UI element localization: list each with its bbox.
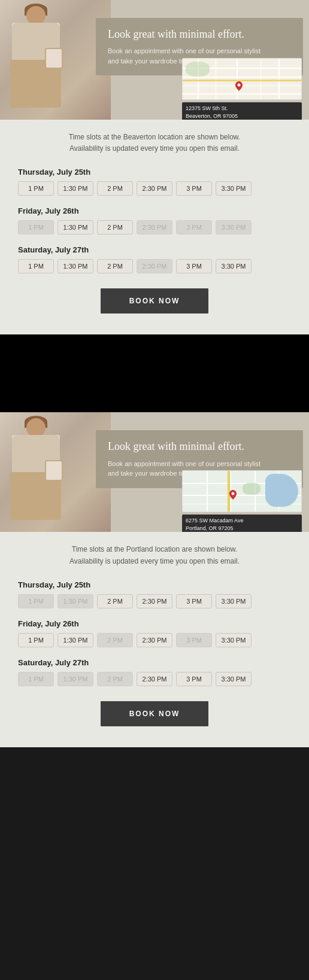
intro-text-beaverton: Time slots at the Beaverton location are… — [18, 132, 291, 154]
time-slot[interactable]: 2:30 PM — [137, 181, 172, 196]
time-slot[interactable]: 1:30 PM — [57, 220, 93, 235]
map-pin-portland — [229, 490, 237, 502]
day-section-thu-beaverton: Thursday, July 25th 1 PM 1:30 PM 2 PM 2:… — [18, 168, 291, 196]
book-now-button-beaverton[interactable]: BOOK NOW — [101, 288, 208, 314]
map-address-beaverton: 12375 SW 5th St. Beaverton, OR 97005 — [182, 102, 302, 120]
day-section-fri-beaverton: Friday, July 26th 1 PM 1:30 PM 2 PM 2:30… — [18, 206, 291, 235]
time-slot: 2 PM — [97, 672, 133, 686]
time-slots-sat-beaverton: 1 PM 1:30 PM 2 PM 2:30 PM 3 PM 3:30 PM — [18, 259, 291, 273]
day-section-sat-beaverton: Saturday, July 27th 1 PM 1:30 PM 2 PM 2:… — [18, 245, 291, 273]
map-address-portland: 6275 SW Macadam Ave Portland, OR 97205 — [182, 515, 302, 532]
time-slot[interactable]: 1 PM — [18, 181, 54, 196]
time-slot[interactable]: 2 PM — [97, 220, 133, 235]
hero-title: Look great with minimal effort. — [108, 28, 291, 41]
time-slot: 2:30 PM — [137, 259, 172, 273]
time-slots-fri-portland: 1 PM 1:30 PM 2 PM 2:30 PM 3 PM 3:30 PM — [18, 633, 291, 647]
day-label: Saturday, July 27th — [18, 658, 291, 667]
day-label: Saturday, July 27th — [18, 245, 291, 254]
person-bag — [45, 48, 63, 69]
intro-text-portland: Time slots at the Portland location are … — [18, 544, 291, 567]
time-slot: 2:30 PM — [137, 220, 172, 235]
map-pin — [235, 81, 243, 93]
day-label: Friday, July 26th — [18, 206, 291, 215]
time-slot[interactable]: 3 PM — [176, 181, 212, 196]
time-slots-thu-beaverton: 1 PM 1:30 PM 2 PM 2:30 PM 3 PM 3:30 PM — [18, 181, 291, 196]
person-silhouette — [0, 0, 72, 114]
map-section-beaverton: 12375 SW 5th St. Beaverton, OR 97005 — [182, 58, 302, 115]
map-image-portland — [182, 470, 302, 512]
day-label: Thursday, July 25th — [18, 580, 291, 589]
hero-section-portland: Look great with minimal effort. Book an … — [0, 412, 309, 532]
time-slot[interactable]: 2 PM — [97, 594, 133, 608]
map-bg — [183, 59, 301, 99]
time-slot[interactable]: 3 PM — [176, 259, 212, 273]
time-slot: 1 PM — [18, 672, 54, 686]
time-slot: 2 PM — [97, 633, 133, 647]
day-section-sat-portland: Saturday, July 27th 1 PM 1:30 PM 2 PM 2:… — [18, 658, 291, 686]
time-slot[interactable]: 1 PM — [18, 259, 54, 273]
time-slot[interactable]: 2:30 PM — [137, 672, 172, 686]
time-slots-sat-portland: 1 PM 1:30 PM 2 PM 2:30 PM 3 PM 3:30 PM — [18, 672, 291, 686]
day-label: Thursday, July 25th — [18, 168, 291, 176]
time-slot: 3:30 PM — [216, 220, 252, 235]
time-slot[interactable]: 2:30 PM — [137, 594, 172, 608]
person-silhouette-portland — [0, 412, 72, 526]
time-slot: 3 PM — [176, 220, 212, 235]
separator — [0, 334, 309, 412]
time-slot[interactable]: 2 PM — [97, 181, 133, 196]
time-slot[interactable]: 1:30 PM — [57, 259, 93, 273]
time-slot: 1 PM — [18, 220, 54, 235]
time-slot[interactable]: 2 PM — [97, 259, 133, 273]
time-slots-fri-beaverton: 1 PM 1:30 PM 2 PM 2:30 PM 3 PM 3:30 PM — [18, 220, 291, 235]
day-section-fri-portland: Friday, July 26th 1 PM 1:30 PM 2 PM 2:30… — [18, 619, 291, 647]
time-slot: 3 PM — [176, 633, 212, 647]
time-slot: 1:30 PM — [57, 672, 93, 686]
svg-point-1 — [232, 492, 235, 495]
email-card-portland: Look great with minimal effort. Book an … — [0, 412, 309, 747]
time-slot: 1 PM — [18, 594, 54, 608]
time-slot[interactable]: 3:30 PM — [216, 672, 252, 686]
person-bag — [45, 460, 63, 481]
book-now-button-portland[interactable]: BOOK NOW — [101, 701, 208, 726]
map-image-beaverton — [182, 58, 302, 100]
email-card-beaverton: Look great with minimal effort. Book an … — [0, 0, 309, 334]
hero-title-portland: Look great with minimal effort. — [108, 440, 291, 454]
map-bg-portland — [183, 471, 301, 512]
time-slot[interactable]: 3:30 PM — [216, 181, 252, 196]
hero-image-portland — [0, 412, 111, 532]
time-slot[interactable]: 3:30 PM — [216, 594, 252, 608]
svg-point-0 — [238, 84, 241, 87]
time-slot[interactable]: 2:30 PM — [137, 633, 172, 647]
time-slot: 1:30 PM — [57, 594, 93, 608]
time-slot[interactable]: 1:30 PM — [57, 181, 93, 196]
content-beaverton: Time slots at the Beaverton location are… — [0, 120, 309, 334]
time-slot[interactable]: 1:30 PM — [57, 633, 93, 647]
hero-section: Look great with minimal effort. Book an … — [0, 0, 309, 120]
time-slot[interactable]: 3:30 PM — [216, 633, 252, 647]
content-portland: Time slots at the Portland location are … — [0, 532, 309, 747]
day-section-thu-portland: Thursday, July 25th 1 PM 1:30 PM 2 PM 2:… — [18, 580, 291, 608]
hero-image — [0, 0, 111, 120]
map-section-portland: 6275 SW Macadam Ave Portland, OR 97205 — [182, 470, 302, 527]
time-slot[interactable]: 3 PM — [176, 594, 212, 608]
time-slot[interactable]: 1 PM — [18, 633, 54, 647]
time-slots-thu-portland: 1 PM 1:30 PM 2 PM 2:30 PM 3 PM 3:30 PM — [18, 594, 291, 608]
time-slot[interactable]: 3:30 PM — [216, 259, 252, 273]
day-label: Friday, July 26th — [18, 619, 291, 628]
time-slot[interactable]: 3 PM — [176, 672, 212, 686]
